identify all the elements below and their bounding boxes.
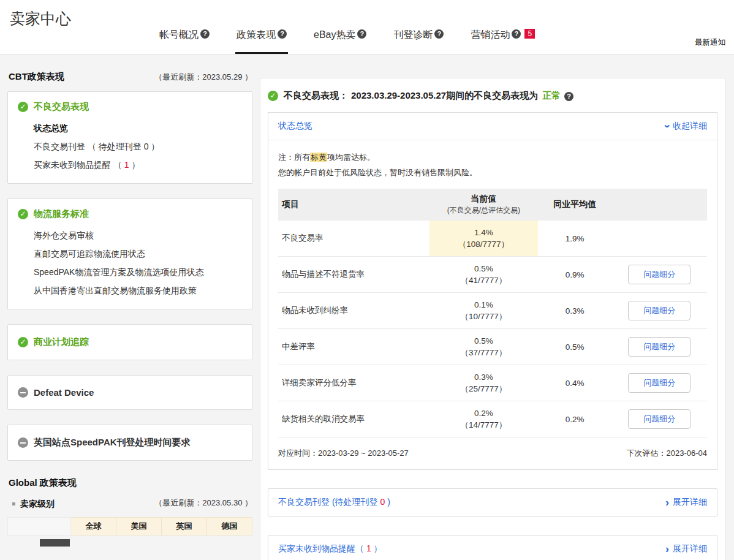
card-business-plan: ✓ 商业计划追踪 xyxy=(7,324,252,360)
tab-marketing-campaign[interactable]: 营销活动 ? 5 xyxy=(469,29,536,54)
global-section-heading: Global 政策表现 xyxy=(9,477,252,489)
issue-breakdown-button[interactable]: 问题细分 xyxy=(628,301,690,320)
card-items: 海外仓交易审核 直邮交易可追踪物流使用状态 SpeedPAK物流管理方案及物流选… xyxy=(34,226,242,300)
cbt-section-heading: CBT政策表现 （最近刷新：2023.05.29 ） xyxy=(9,71,252,83)
card-bad-transaction: ✓ 不良交易表现 状态总览 不良交易刊登 （ 待处理刊登 0 ） 买家未收到物品… xyxy=(7,91,252,184)
metric-average: 0.3% xyxy=(538,293,612,329)
current-percent: 0.3% xyxy=(433,371,534,383)
summary-title: 不良交易表现： xyxy=(284,90,348,102)
issue-breakdown-button[interactable]: 问题细分 xyxy=(628,409,690,429)
tab-ebay-hot-sell[interactable]: eBay热卖 ? xyxy=(312,29,368,54)
issue-breakdown-button[interactable]: 问题细分 xyxy=(628,373,690,393)
sidebar-item-status-overview[interactable]: 状态总览 xyxy=(34,119,242,137)
metric-current-value: 0.2% （14/7777） xyxy=(429,401,538,437)
seller-level-label-wrap[interactable]: 卖家级别 xyxy=(12,499,55,510)
chevron-down-icon: › xyxy=(662,124,673,128)
bar-text: 不良交易刊登 (待处理刊登 xyxy=(278,497,380,507)
item-text: 买家未收到物品提醒 （ xyxy=(34,160,124,170)
metric-action-cell: 问题细分 xyxy=(612,293,707,329)
metric-action-cell: 问题细分 xyxy=(612,365,707,401)
region-empty-cell xyxy=(7,517,71,535)
card-defeat-device: Defeat Device xyxy=(7,375,252,410)
buyer-inr-alert-bar: 买家未收到物品提醒（ 1 ） › 展开详细 xyxy=(268,535,717,560)
current-percent: 0.2% xyxy=(433,407,534,419)
collapse-detail-control[interactable]: › 收起详细 xyxy=(666,121,707,132)
region-tab-us[interactable]: 美国 xyxy=(116,517,162,535)
help-icon[interactable]: ? xyxy=(200,29,210,39)
cbt-refresh-time: （最近刷新：2023.05.29 ） xyxy=(154,72,252,83)
help-icon[interactable]: ? xyxy=(564,92,573,101)
sidebar-item-overseas-warehouse[interactable]: 海外仓交易审核 xyxy=(34,226,242,244)
tab-listing-diagnosis[interactable]: 刊登诊断 ? xyxy=(392,29,445,54)
panel-notes: 注：所有标黄项均需达标。 您的帐户目前处于低风险状态，暂时没有销售限制风险。 xyxy=(268,140,717,185)
topbar: 卖家中心 帐号概况 ? 政策表现 ? eBay热卖 ? 刊登诊断 ? 营销活动 … xyxy=(0,0,734,55)
bad-transaction-listings-link[interactable]: 不良交易刊登 (待处理刊登 0 ) xyxy=(278,497,390,508)
card-defeat-device-title[interactable]: Defeat Device xyxy=(18,385,242,400)
collapse-detail-label: 收起详细 xyxy=(673,121,707,132)
metric-name: 中差评率 xyxy=(278,329,429,365)
alert-count: 1 xyxy=(366,543,371,553)
notification-badge: 5 xyxy=(524,29,535,39)
latest-notice-link[interactable]: 最新通知 xyxy=(695,37,725,48)
card-items: 状态总览 不良交易刊登 （ 待处理刊登 0 ） 买家未收到物品提醒 （ 1 ） xyxy=(34,119,242,174)
next-evaluation-date: 下次评估：2023-06-04 xyxy=(627,448,708,459)
metric-name: 缺货相关的取消交易率 xyxy=(278,401,429,437)
status-overview-link[interactable]: 状态总览 xyxy=(278,121,312,132)
note-text: 项均需达标。 xyxy=(327,153,375,162)
chevron-right-icon: › xyxy=(665,497,669,508)
metric-current-value: 0.1% （10/7777） xyxy=(429,293,538,329)
current-percent: 1.4% xyxy=(433,227,534,238)
metric-action-cell: 问题细分 xyxy=(612,329,707,365)
tab-label: 营销活动 xyxy=(471,29,510,42)
check-circle-icon: ✓ xyxy=(18,209,28,219)
card-business-plan-title[interactable]: ✓ 商业计划追踪 xyxy=(18,334,242,350)
sidebar-item-hk-direct-mail[interactable]: 从中国香港寄出直邮交易物流服务使用政策 xyxy=(34,281,242,300)
issue-breakdown-button[interactable]: 问题细分 xyxy=(628,265,690,284)
metric-current-value: 0.5% （41/7777） xyxy=(429,257,538,293)
note-highlighted-term: 标黄 xyxy=(310,153,327,162)
summary-text: 2023.03.29-2023.05.27期间的不良交易表现为 xyxy=(351,90,538,102)
seller-level-label: 卖家级别 xyxy=(20,499,55,510)
cbt-title: CBT政策表现 xyxy=(9,71,64,83)
sidebar-item-speedpak-usage[interactable]: SpeedPAK物流管理方案及物流选项使用状态 xyxy=(34,263,242,281)
tab-policy-performance[interactable]: 政策表现 ? xyxy=(235,29,288,54)
metric-action-cell: 问题细分 xyxy=(612,257,707,293)
header-item: 项目 xyxy=(278,189,429,221)
metric-average: 0.2% xyxy=(538,401,612,437)
card-logistics-standard: ✓ 物流服务标准 海外仓交易审核 直邮交易可追踪物流使用状态 SpeedPAK物… xyxy=(7,199,252,309)
sidebar-item-bad-listings[interactable]: 不良交易刊登 （ 待处理刊登 0 ） xyxy=(34,137,242,156)
note-text: 注：所有 xyxy=(278,153,310,162)
card-bad-transaction-title[interactable]: ✓ 不良交易表现 xyxy=(18,101,242,113)
issue-breakdown-button[interactable]: 问题细分 xyxy=(628,337,690,357)
expand-detail-control[interactable]: › 展开详细 xyxy=(665,543,707,554)
region-tab-uk[interactable]: 英国 xyxy=(162,517,207,535)
chevron-right-icon: › xyxy=(665,543,669,554)
bar-text: ) xyxy=(385,497,390,507)
header-action xyxy=(612,189,707,221)
buyer-inr-alert-link[interactable]: 买家未收到物品提醒（ 1 ） xyxy=(278,543,382,554)
help-icon[interactable]: ? xyxy=(357,29,366,39)
metric-average: 0.4% xyxy=(538,365,612,401)
bad-transaction-listings-bar: 不良交易刊登 (待处理刊登 0 ) › 展开详细 xyxy=(268,488,717,516)
region-tab-global[interactable]: 全球 xyxy=(71,517,116,535)
region-tab-de[interactable]: 德国 xyxy=(207,517,252,535)
help-icon[interactable]: ? xyxy=(512,29,521,39)
table-row: 中差评率 0.5% （37/7777） 0.5% 问题细分 xyxy=(278,329,707,365)
metric-current-value: 1.4% （108/7777） xyxy=(429,221,538,257)
sidebar-item-trackable-logistics[interactable]: 直邮交易可追踪物流使用状态 xyxy=(34,244,242,263)
panel-header: 状态总览 › 收起详细 xyxy=(268,113,717,140)
help-icon[interactable]: ? xyxy=(278,29,287,39)
card-logistics-title[interactable]: ✓ 物流服务标准 xyxy=(18,208,242,220)
page-body: CBT政策表现 （最近刷新：2023.05.29 ） ✓ 不良交易表现 状态总览… xyxy=(0,55,734,560)
card-uk-speedpak-title[interactable]: 英国站点SpeedPAK刊登处理时间要求 xyxy=(18,434,242,451)
tab-account-overview[interactable]: 帐号概况 ? xyxy=(158,29,211,54)
page-title: 卖家中心 xyxy=(10,9,71,29)
expand-detail-label: 展开详细 xyxy=(673,543,707,554)
check-circle-icon: ✓ xyxy=(18,102,28,112)
help-icon[interactable]: ? xyxy=(434,29,444,39)
current-fraction: （14/7777） xyxy=(433,419,534,431)
expand-detail-control[interactable]: › 展开详细 xyxy=(665,497,707,508)
metric-name: 物品与描述不符退货率 xyxy=(278,257,429,293)
sidebar-item-inr-alert[interactable]: 买家未收到物品提醒 （ 1 ） xyxy=(34,156,242,174)
metric-name: 不良交易率 xyxy=(278,221,429,257)
